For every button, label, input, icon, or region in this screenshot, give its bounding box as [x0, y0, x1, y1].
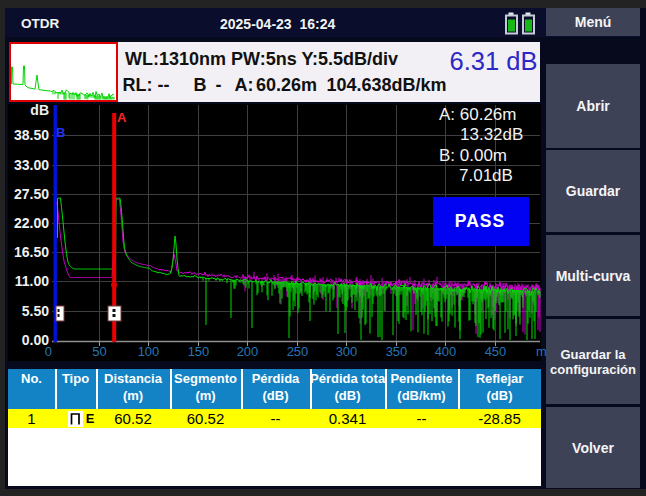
svg-text:200: 200 — [237, 344, 259, 359]
svg-text:5.50: 5.50 — [22, 303, 49, 319]
svg-text:100: 100 — [138, 344, 160, 359]
svg-text:11.00: 11.00 — [15, 273, 49, 289]
svg-text:350: 350 — [386, 344, 408, 359]
svg-text:m: m — [536, 344, 547, 359]
svg-text:B: B — [56, 125, 65, 140]
svg-text:300: 300 — [336, 344, 358, 359]
svg-text:22.00: 22.00 — [14, 215, 49, 231]
svg-text:450: 450 — [485, 344, 507, 359]
svg-text:38.50: 38.50 — [14, 127, 49, 143]
svg-text:0: 0 — [45, 344, 52, 359]
svg-text:33.00: 33.00 — [14, 157, 49, 173]
svg-text:150: 150 — [188, 344, 210, 359]
svg-text:250: 250 — [287, 344, 309, 359]
svg-text:27.50: 27.50 — [14, 186, 49, 202]
svg-text:50: 50 — [92, 344, 106, 359]
svg-text:dB: dB — [30, 102, 49, 118]
svg-text:A: A — [117, 110, 127, 125]
svg-text:16.50: 16.50 — [14, 244, 49, 260]
svg-text:400: 400 — [435, 344, 457, 359]
